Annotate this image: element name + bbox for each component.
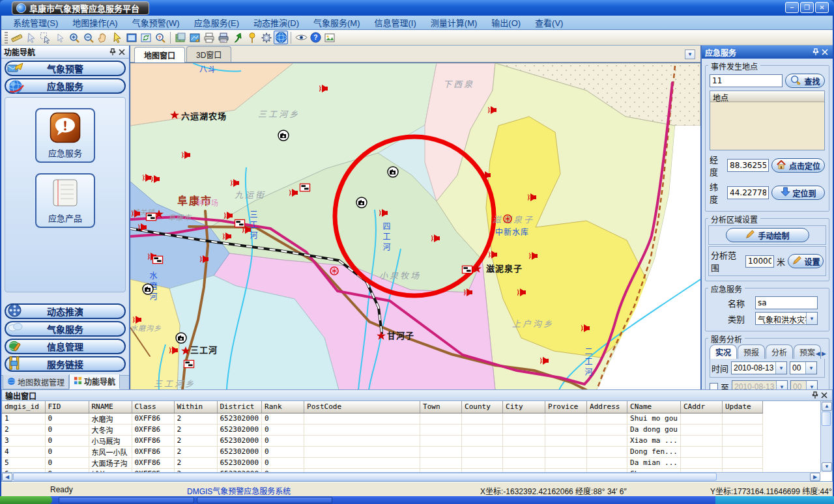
manual-draw-button[interactable]: 手动绘制 <box>726 228 809 242</box>
menu-item[interactable]: 查看(V) <box>528 15 569 30</box>
pin-icon[interactable] <box>108 48 117 57</box>
select-transparent-icon[interactable] <box>24 31 38 44</box>
analysis-tab-实况[interactable]: 实况 <box>710 344 737 359</box>
star-marker-icon[interactable] <box>170 111 180 120</box>
column-header[interactable]: RNAME <box>89 401 132 413</box>
minimize-button[interactable]: – <box>785 2 799 13</box>
camera-marker-icon[interactable] <box>142 283 154 295</box>
taskbar-button[interactable] <box>59 497 194 503</box>
column-header[interactable]: Within <box>174 401 217 413</box>
close-icon[interactable] <box>820 48 829 57</box>
speaker-marker-icon[interactable] <box>528 193 538 202</box>
column-header[interactable]: Update <box>722 401 762 413</box>
star-marker-icon[interactable] <box>154 210 164 219</box>
help-icon[interactable]: ? <box>308 31 323 44</box>
column-header[interactable]: dmgis_id <box>2 401 45 413</box>
speaker-marker-icon[interactable] <box>169 346 180 355</box>
zoom-in-icon[interactable] <box>67 31 81 44</box>
flag-marker-icon[interactable] <box>184 360 195 369</box>
menu-item[interactable]: 输出(O) <box>485 15 527 30</box>
taskbar-button[interactable] <box>197 497 332 503</box>
column-header[interactable]: Town <box>420 401 462 413</box>
poi-marker-icon[interactable] <box>503 214 513 224</box>
menu-item[interactable]: 应急服务(E) <box>188 15 246 30</box>
menu-item[interactable]: 信息管理(I) <box>368 15 423 30</box>
flag-marker-icon[interactable] <box>462 266 473 274</box>
latitude-input[interactable] <box>727 186 769 199</box>
flag-marker-icon[interactable] <box>152 256 164 264</box>
taskbar-tray[interactable] <box>715 496 834 504</box>
map-tab-地图窗口[interactable]: 地图窗口 <box>134 47 185 63</box>
sidebar-button-应急产品[interactable]: 应急产品 <box>35 173 95 228</box>
column-header[interactable]: Provice <box>545 401 587 413</box>
tab-scroll-icons[interactable]: ◀ ▶ <box>816 350 826 357</box>
star-marker-icon[interactable] <box>377 331 386 341</box>
sidebar-tab-功能导航[interactable]: 功能导航 <box>69 374 120 389</box>
pin-icon[interactable] <box>811 48 820 57</box>
set-range-button[interactable]: 设置 <box>788 254 824 268</box>
speaker-marker-icon[interactable] <box>138 223 149 232</box>
flag-marker-icon[interactable] <box>235 219 246 228</box>
menu-item[interactable]: 地图操作(A) <box>66 15 124 30</box>
horizontal-scrollbar[interactable]: ◀ ▶ <box>2 472 820 481</box>
speaker-marker-icon[interactable] <box>289 188 300 197</box>
camera-marker-icon[interactable] <box>278 130 289 141</box>
column-header[interactable]: PostCode <box>304 401 420 413</box>
star-marker-icon[interactable] <box>472 264 482 274</box>
sidebar-group-应急服务[interactable]: 应急服务 <box>5 78 126 94</box>
identify-icon[interactable]: ? <box>153 31 167 44</box>
column-header[interactable]: CAddr <box>680 401 722 413</box>
camera-marker-icon[interactable] <box>175 332 187 344</box>
column-header[interactable]: Rank <box>262 401 304 413</box>
printer-icon[interactable] <box>202 31 216 44</box>
close-icon[interactable] <box>117 48 126 57</box>
map-export-icon[interactable] <box>188 31 202 44</box>
service-type-combo[interactable]: 气象和洪水灾害▼ <box>755 312 818 325</box>
table-row[interactable]: 20大冬沟0XFF8626523020000Da dong gou <box>2 424 762 435</box>
select-marquee-icon[interactable] <box>38 31 53 44</box>
to-checkbox[interactable] <box>710 383 718 390</box>
column-header[interactable]: CName <box>627 401 681 413</box>
table-row[interactable]: 30小马厩沟0XFF8626523020000Xiao ma ... <box>2 435 762 446</box>
speaker-marker-icon[interactable] <box>517 288 528 297</box>
click-locate-button[interactable]: 点击定位 <box>771 158 825 173</box>
pin-icon[interactable] <box>811 391 820 400</box>
speaker-marker-icon[interactable] <box>581 324 592 333</box>
analysis-tab-预报[interactable]: 预报 <box>738 344 765 359</box>
pointer-icon[interactable] <box>110 31 124 44</box>
toolbar-grip[interactable] <box>5 32 8 44</box>
service-name-input[interactable] <box>755 296 818 309</box>
pin-marker-icon[interactable] <box>245 31 259 44</box>
layers-icon[interactable] <box>173 31 188 44</box>
speaker-marker-icon[interactable] <box>151 175 162 184</box>
flag-marker-icon[interactable] <box>300 184 311 192</box>
table-row[interactable]: 40东风一小队0XFF8626523020000Dong fen... <box>2 446 762 457</box>
tab-dropdown-icon[interactable]: ▼ <box>685 49 695 59</box>
hour-combo[interactable]: 00▼ <box>790 361 817 374</box>
speaker-marker-icon[interactable] <box>464 288 474 297</box>
sidebar-group-气象预警[interactable]: 气象预警 <box>5 61 126 76</box>
sidebar-group-气象服务[interactable]: 气象服务 <box>5 321 126 337</box>
close-button[interactable]: ✕ <box>815 2 829 13</box>
menu-item[interactable]: 系统管理(S) <box>7 15 65 30</box>
column-header[interactable]: County <box>462 401 503 413</box>
speaker-marker-icon[interactable] <box>200 255 210 264</box>
menu-item[interactable]: 气象服务(M) <box>307 15 367 30</box>
gear-icon[interactable] <box>259 31 274 44</box>
globe-icon[interactable] <box>274 31 288 44</box>
speaker-marker-icon[interactable] <box>133 315 143 324</box>
poi-marker-icon[interactable] <box>330 266 339 276</box>
camera-marker-icon[interactable] <box>387 166 399 178</box>
speaker-marker-icon[interactable] <box>529 251 539 260</box>
print-map-icon[interactable] <box>216 31 231 44</box>
sidebar-group-服务链接[interactable]: 服务链接 <box>5 356 126 372</box>
speaker-marker-icon[interactable] <box>489 250 499 259</box>
menu-item[interactable]: 气象预警(W) <box>126 15 186 30</box>
location-list[interactable]: 地点 <box>710 91 825 150</box>
pan-hand-icon[interactable] <box>96 31 110 44</box>
to-hour-combo[interactable]: 00▼ <box>790 380 818 389</box>
range-input[interactable] <box>745 255 774 268</box>
longitude-input[interactable] <box>727 159 769 172</box>
speaker-marker-icon[interactable] <box>224 211 235 220</box>
speaker-marker-icon[interactable] <box>319 84 330 93</box>
